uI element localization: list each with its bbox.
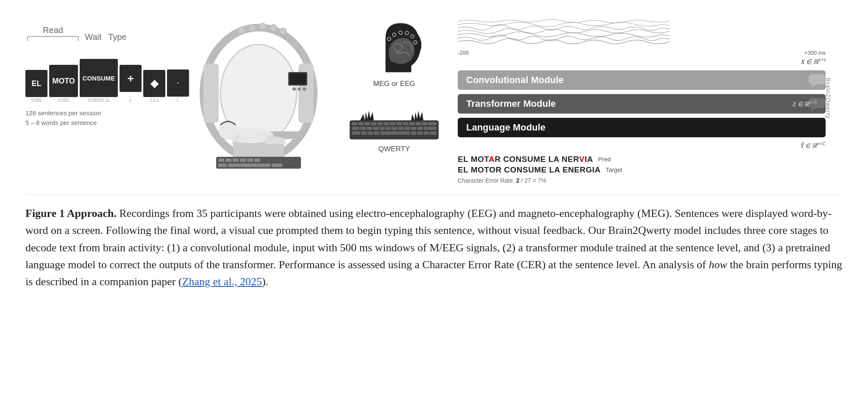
scanner-panel [178,13,339,174]
svg-rect-19 [218,158,224,162]
screen-moto: MOTO [49,65,78,97]
svg-rect-73 [809,98,826,108]
timing-moto: 0.565 [49,98,78,103]
axis-left-label: -200 [458,50,469,56]
svg-rect-56 [405,127,410,130]
model-col: -200 +300 ms X ∈ ℝs×t Convolutional Modu… [449,13,843,184]
target-row: EL MOTOR CONSUME LA ENERGIA Target [458,165,826,175]
caption-area: Figure 1 Approach. Recordings from 35 pa… [25,205,843,290]
transformer-module-label: Transformer Module [466,98,556,109]
svg-rect-62 [367,131,373,135]
timing-consume: 0.565±0.1s [80,98,118,103]
svg-rect-63 [374,131,379,135]
svg-point-11 [298,87,301,91]
svg-rect-25 [218,164,227,167]
timing-el: 0.565 [25,98,47,103]
svg-rect-26 [228,164,270,167]
svg-point-16 [270,25,277,31]
svg-rect-20 [225,158,231,162]
conv-module-label: Convolutional Module [466,75,564,86]
read-label: Read [25,25,81,35]
svg-rect-38 [371,122,376,125]
conv-module-box: Convolutional Module [458,70,826,90]
svg-rect-43 [403,122,408,125]
screen-dot2: ◆ [143,70,165,97]
cer-rest: / 27 = 7% [521,177,546,184]
svg-rect-66 [417,131,423,135]
svg-rect-57 [411,127,417,130]
meg-eeg-label: MEG or EEG [373,80,415,88]
pred-text: EL MOTAR CONSUME LA NERVIA [458,155,593,164]
brain-area: MEG or EEG [364,21,424,88]
session-line-1: 128 sentences per session [25,108,178,118]
right-panel: MEG or EEG [339,13,843,184]
svg-rect-27 [272,164,282,167]
svg-rect-37 [364,122,370,125]
svg-rect-60 [352,131,360,135]
timing-dot1: ... [120,93,142,97]
caption-paragraph: Figure 1 Approach. Recordings from 35 pa… [25,205,843,290]
language-module-label: Language Module [466,122,545,133]
keyboard-svg [350,95,439,142]
svg-marker-72 [810,84,816,87]
brain-svg [364,21,424,76]
svg-rect-59 [424,127,437,130]
figure-container: Read Wait Type EL 0.565 [25,13,843,290]
svg-point-13 [238,27,245,34]
svg-rect-53 [386,127,391,130]
svg-rect-9 [289,73,306,84]
svg-rect-44 [409,122,415,125]
eeg-waves-svg [458,17,670,49]
svg-rect-61 [361,131,367,135]
left-panel: Read Wait Type EL 0.565 [25,13,178,128]
y-hat-formula: Ŷ ∈ ℝn×C [458,141,826,150]
language-module-box: Language Module [458,118,826,137]
target-label: Target [606,167,622,173]
svg-rect-22 [240,158,246,162]
caption-link[interactable]: Zhang et al., 2025 [182,275,262,288]
svg-rect-65 [411,131,416,135]
screen-consume: CONSUME [80,59,118,97]
screen-el: EL [25,70,47,97]
illustration-area: Read Wait Type EL 0.565 [25,13,843,195]
svg-rect-48 [352,127,359,130]
screen-dot1: + [120,65,142,92]
svg-rect-58 [417,127,423,130]
svg-rect-40 [384,122,389,125]
brain2qwerty-label: Brain2Qwerty [825,78,832,119]
session-info: 128 sentences per session 5 – 8 words pe… [25,108,178,128]
caption-italic: how [709,258,727,271]
svg-rect-47 [428,122,437,125]
svg-point-14 [249,25,256,31]
svg-rect-68 [430,131,437,135]
target-text: EL MOTOR CONSUME LA ENERGIA [458,165,601,175]
svg-rect-51 [373,127,378,130]
svg-rect-55 [398,127,404,130]
svg-rect-41 [390,122,395,125]
keyboard-area: QWERTY [350,95,439,153]
svg-rect-42 [396,122,402,125]
axis-right-label: +300 ms [804,50,826,56]
cer-text: Character Error Rate: [458,177,515,184]
pred-label: Pred [598,156,611,163]
caption-text-3: ). [262,275,268,288]
svg-point-12 [303,87,306,91]
svg-marker-74 [810,108,816,111]
svg-rect-45 [415,122,421,125]
svg-rect-54 [392,127,398,130]
svg-rect-21 [233,158,239,162]
session-line-2: 5 – 8 words per sentence [25,118,178,128]
svg-point-10 [292,87,296,91]
wait-label: Wait [81,32,102,42]
svg-rect-39 [377,122,383,125]
type-label: Type [102,32,127,42]
qwerty-label: QWERTY [378,145,410,153]
svg-rect-23 [247,158,253,162]
svg-rect-50 [367,127,372,130]
cer-number: 2 [516,177,520,184]
scanner-illustration [191,13,326,174]
svg-point-15 [259,23,266,30]
svg-rect-24 [254,158,260,162]
x-formula: X ∈ ℝs×t [458,57,826,66]
pred-row: EL MOTAR CONSUME LA NERVIA Pred [458,155,826,164]
